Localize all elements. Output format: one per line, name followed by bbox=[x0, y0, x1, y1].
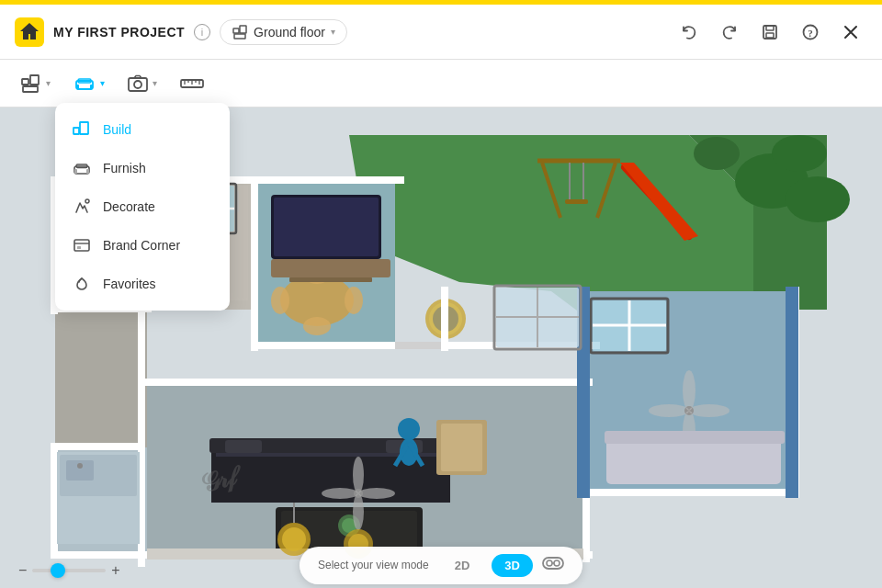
svg-rect-67 bbox=[51, 443, 58, 558]
tool-ruler[interactable] bbox=[170, 67, 214, 100]
brand-corner-icon bbox=[72, 235, 92, 255]
svg-rect-14 bbox=[90, 85, 93, 89]
house-icon bbox=[15, 17, 44, 47]
svg-rect-1 bbox=[233, 28, 239, 33]
zoom-in-button[interactable]: + bbox=[111, 562, 119, 579]
svg-point-30 bbox=[85, 199, 89, 203]
header-right: ? bbox=[673, 16, 867, 49]
header: MY FIRST PROJECT i Ground floor ▾ bbox=[0, 5, 882, 60]
svg-point-96 bbox=[322, 488, 358, 499]
svg-rect-128 bbox=[577, 287, 590, 498]
svg-rect-10 bbox=[30, 75, 39, 85]
menu-item-build[interactable]: Build bbox=[55, 110, 230, 149]
svg-rect-9 bbox=[22, 79, 28, 85]
save-button[interactable] bbox=[753, 16, 786, 49]
svg-rect-134 bbox=[271, 259, 390, 277]
menu-item-furnish[interactable]: Furnish bbox=[55, 149, 230, 187]
svg-rect-68 bbox=[142, 379, 593, 386]
svg-rect-11 bbox=[23, 86, 38, 92]
svg-rect-24 bbox=[74, 128, 79, 134]
vr-icon bbox=[542, 555, 564, 571]
furnish-menu-icon bbox=[72, 158, 92, 178]
decorate-icon bbox=[72, 197, 92, 217]
svg-rect-16 bbox=[129, 78, 147, 91]
svg-rect-32 bbox=[77, 246, 81, 249]
svg-rect-73 bbox=[274, 198, 379, 256]
floor-selector[interactable]: Ground floor ▾ bbox=[220, 19, 347, 45]
svg-rect-135 bbox=[289, 277, 372, 282]
ruler-icon bbox=[179, 73, 205, 95]
svg-point-91 bbox=[398, 418, 420, 440]
menu-item-decorate[interactable]: Decorate bbox=[55, 187, 230, 226]
help-button[interactable]: ? bbox=[794, 16, 827, 49]
view-mode-2d-button[interactable]: 2D bbox=[442, 554, 483, 577]
furnish-chevron-icon: ▾ bbox=[100, 78, 105, 88]
close-icon bbox=[842, 23, 860, 41]
svg-rect-45 bbox=[565, 199, 588, 204]
zoom-out-button[interactable]: − bbox=[18, 562, 27, 579]
svg-rect-27 bbox=[74, 169, 77, 174]
view-mode-label: Select your view mode bbox=[318, 559, 429, 571]
svg-rect-58 bbox=[251, 176, 258, 351]
svg-rect-106 bbox=[605, 431, 785, 444]
svg-point-140 bbox=[554, 560, 560, 566]
menu-item-brand-corner[interactable]: Brand Corner bbox=[55, 226, 230, 265]
toolbar: ▾ ▾ ▾ bbox=[0, 60, 882, 107]
svg-rect-13 bbox=[76, 85, 79, 89]
svg-point-17 bbox=[134, 81, 141, 88]
svg-rect-2 bbox=[240, 26, 246, 33]
svg-point-98 bbox=[353, 457, 364, 493]
favorites-icon bbox=[72, 274, 92, 294]
tool-camera[interactable]: ▾ bbox=[118, 67, 166, 100]
svg-rect-6 bbox=[766, 33, 774, 38]
svg-rect-63 bbox=[582, 489, 798, 496]
floorplan-chevron-icon: ▾ bbox=[46, 78, 51, 88]
svg-point-76 bbox=[303, 317, 331, 335]
svg-rect-65 bbox=[51, 443, 142, 450]
svg-rect-28 bbox=[86, 169, 89, 174]
svg-point-103 bbox=[683, 370, 695, 411]
camera-icon bbox=[127, 73, 149, 95]
menu-brand-corner-label: Brand Corner bbox=[103, 238, 180, 253]
zoom-bar: − + bbox=[18, 562, 120, 579]
zoom-slider[interactable] bbox=[32, 569, 106, 572]
svg-rect-59 bbox=[257, 176, 404, 184]
view-mode-panel: Select your view mode 2D 3D bbox=[300, 547, 582, 584]
view-mode-vr-button[interactable] bbox=[542, 555, 564, 576]
svg-rect-115 bbox=[395, 342, 441, 349]
svg-point-77 bbox=[271, 287, 289, 314]
undo-icon bbox=[680, 23, 698, 41]
floorplan-icon bbox=[20, 73, 42, 95]
menu-decorate-label: Decorate bbox=[103, 199, 155, 214]
view-mode-3d-button[interactable]: 3D bbox=[492, 554, 533, 577]
floor-icon bbox=[232, 24, 248, 40]
svg-point-122 bbox=[77, 463, 83, 469]
svg-point-38 bbox=[772, 135, 827, 172]
svg-rect-3 bbox=[234, 34, 245, 39]
svg-point-139 bbox=[547, 560, 552, 566]
menu-item-favorites[interactable]: Favorites bbox=[55, 265, 230, 303]
svg-point-99 bbox=[353, 493, 364, 530]
svg-rect-85 bbox=[225, 440, 262, 453]
camera-chevron-icon: ▾ bbox=[153, 78, 157, 88]
redo-button[interactable] bbox=[713, 16, 746, 49]
svg-marker-48 bbox=[55, 310, 147, 447]
svg-rect-31 bbox=[74, 240, 89, 251]
zoom-thumb bbox=[51, 563, 65, 578]
svg-rect-105 bbox=[606, 438, 781, 484]
svg-point-39 bbox=[694, 137, 740, 170]
close-button[interactable] bbox=[834, 16, 867, 49]
tool-floorplan[interactable]: ▾ bbox=[11, 67, 60, 100]
svg-rect-116 bbox=[441, 287, 448, 351]
project-title: MY FIRST PROJECT bbox=[53, 25, 185, 40]
svg-rect-137 bbox=[441, 424, 482, 471]
svg-text:?: ? bbox=[808, 27, 813, 38]
floor-chevron-icon: ▾ bbox=[331, 27, 335, 37]
svg-rect-25 bbox=[80, 122, 88, 134]
svg-rect-129 bbox=[786, 287, 798, 498]
info-icon[interactable]: i bbox=[194, 24, 210, 40]
menu-favorites-label: Favorites bbox=[103, 277, 156, 291]
tool-furnish[interactable]: ▾ bbox=[63, 66, 114, 101]
menu-build-label: Build bbox=[103, 122, 131, 137]
undo-button[interactable] bbox=[673, 16, 706, 49]
